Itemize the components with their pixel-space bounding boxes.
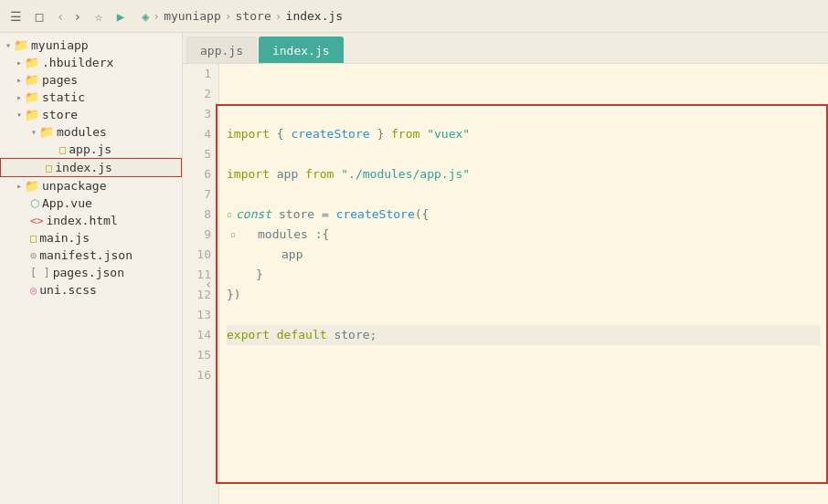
tab-bar: app.js index.js: [183, 33, 828, 64]
code-line-4: import { createStore } from "vuex": [227, 124, 821, 144]
line-num: 14: [190, 325, 211, 345]
breadcrumb-myuniapp[interactable]: myuniapp: [164, 9, 221, 23]
sidebar-item-index-html[interactable]: <> index.html: [0, 212, 182, 229]
folder-icon: 📁: [25, 108, 39, 121]
index-html-label: index.html: [46, 214, 117, 227]
sidebar-item-hbuilderx[interactable]: ▸ 📁 .hbuilderx: [0, 54, 182, 71]
app-js-label: app.js: [69, 142, 111, 156]
code-line-16: [227, 365, 821, 385]
sidebar-item-unpackage[interactable]: ▸ 📁 unpackage: [0, 177, 182, 194]
sidebar-item-uni-scss[interactable]: ◎ uni.scss: [0, 281, 182, 299]
line-numbers: 1 2 3 4 5 6 7 8 9 10 11 12 13 14 15 16: [183, 64, 219, 504]
keyword-import: import: [227, 124, 270, 144]
code-line-8: ▫ const store = createStore ({: [227, 205, 821, 225]
sidebar-item-store[interactable]: ▾ 📁 store: [0, 106, 182, 123]
hbuilderx-icon: ◈: [142, 9, 149, 24]
line-num: 6: [190, 164, 211, 184]
star-icon[interactable]: ☆: [90, 8, 107, 25]
folder-icon: 📁: [14, 38, 28, 52]
fold-icon[interactable]: ▫: [227, 205, 232, 225]
pages-label: pages: [42, 73, 78, 87]
punct-eq: =: [322, 205, 329, 225]
line-num: 2: [190, 84, 211, 104]
sidebar-item-modules[interactable]: ▾ 📁 modules: [0, 123, 182, 141]
fn-createStore: createStore: [291, 124, 369, 144]
root-label: myuniapp: [31, 38, 89, 52]
breadcrumb: ◈ › myuniapp › store › index.js: [142, 9, 343, 24]
folder-icon: 📁: [25, 73, 39, 87]
tab-app-js[interactable]: app.js: [186, 37, 257, 63]
run-icon[interactable]: ▶: [112, 8, 129, 25]
code-line-13: [227, 305, 821, 325]
json-file-icon: ⊙: [30, 249, 37, 262]
modules-label: modules: [57, 125, 107, 139]
chevron-right-icon: ▸: [16, 58, 22, 68]
line-num: 1: [190, 64, 211, 84]
sidebar-item-static[interactable]: ▸ 📁 static: [0, 89, 182, 106]
line-num: 10: [190, 245, 211, 265]
index-js-label: index.js: [55, 161, 112, 174]
sidebar-item-pages[interactable]: ▸ 📁 pages: [0, 71, 182, 89]
back-arrow[interactable]: ‹: [53, 7, 68, 26]
folder-icon: 📁: [25, 90, 39, 104]
titlebar-controls: ☰ □: [7, 8, 48, 25]
code-line-11: }: [227, 265, 821, 285]
punct-brace-close: }: [377, 124, 384, 144]
code-lines: ‹ import { createStore } from: [219, 64, 828, 504]
code-line-1: [227, 64, 821, 84]
var-app2: app: [281, 247, 303, 261]
code-content: 1 2 3 4 5 6 7 8 9 10 11 12 13 14 15 16: [183, 64, 828, 504]
code-line-5: [227, 144, 821, 164]
static-label: static: [42, 90, 85, 104]
js-file-icon: □: [59, 143, 66, 156]
code-editor[interactable]: 1 2 3 4 5 6 7 8 9 10 11 12 13 14 15 16: [183, 64, 828, 504]
prop-modules: modules: [258, 227, 308, 241]
keyword-default: default: [277, 325, 327, 345]
forward-arrow[interactable]: ›: [69, 7, 84, 26]
punct-paren: ({: [415, 205, 430, 225]
line-num: 4: [190, 124, 211, 144]
code-line-12: }): [227, 285, 821, 305]
keyword-const: const: [236, 205, 271, 225]
sidebar-item-main-js[interactable]: □ main.js: [0, 229, 182, 247]
collapse-arrow[interactable]: ‹: [205, 274, 212, 294]
manifest-label: manifest.json: [39, 248, 133, 262]
chevron-down-icon: ▾: [5, 40, 11, 50]
main-layout: ▾ 📁 myuniapp ▸ 📁 .hbuilderx ▸ 📁 pages ▸ …: [0, 33, 828, 504]
line-num: 16: [190, 365, 211, 385]
uni-scss-label: uni.scss: [39, 283, 97, 297]
sidebar-item-index-js[interactable]: □ index.js: [0, 158, 182, 177]
chevron-right-icon: ▸: [16, 92, 22, 102]
chevron-right-icon: ▸: [16, 75, 22, 85]
sidebar-item-root[interactable]: ▾ 📁 myuniapp: [0, 37, 182, 54]
code-line-14: export default store ;: [227, 325, 821, 345]
folder-icon: 📁: [25, 179, 39, 193]
code-line-9: ▫ modules :{: [227, 225, 821, 245]
file-tree: ▾ 📁 myuniapp ▸ 📁 .hbuilderx ▸ 📁 pages ▸ …: [0, 33, 183, 504]
tab-index-js[interactable]: index.js: [259, 37, 344, 63]
breadcrumb-store[interactable]: store: [236, 9, 271, 23]
sidebar-item-app-vue[interactable]: ⬡ App.vue: [0, 194, 182, 212]
code-line-6: import app from "./modules/app.js": [227, 164, 821, 184]
sidebar-item-manifest[interactable]: ⊙ manifest.json: [0, 247, 182, 264]
fold-icon2[interactable]: ▫: [230, 225, 236, 245]
line-num: 9: [190, 225, 211, 245]
string-vuex: "vuex": [427, 124, 470, 144]
js-file-icon: □: [46, 162, 52, 174]
punct-close-paren: }): [227, 285, 241, 305]
sidebar-item-app-js[interactable]: □ app.js: [0, 141, 182, 158]
app-vue-label: App.vue: [42, 196, 92, 210]
fn-createStore2: createStore: [336, 205, 415, 225]
line-num: 5: [190, 144, 211, 164]
var-store2: store: [334, 325, 369, 345]
sidebar-item-pages-json[interactable]: [ ] pages.json: [0, 264, 182, 281]
pages-json-label: pages.json: [53, 266, 124, 279]
code-line-7: [227, 184, 821, 205]
chevron-down-icon: ▾: [16, 110, 22, 120]
save-icon[interactable]: □: [31, 8, 48, 25]
breadcrumb-file[interactable]: index.js: [286, 9, 344, 23]
menu-icon[interactable]: ☰: [7, 8, 24, 25]
vue-file-icon: ⬡: [30, 197, 39, 210]
keyword-from: from: [391, 124, 419, 144]
folder-icon: 📁: [25, 56, 39, 69]
